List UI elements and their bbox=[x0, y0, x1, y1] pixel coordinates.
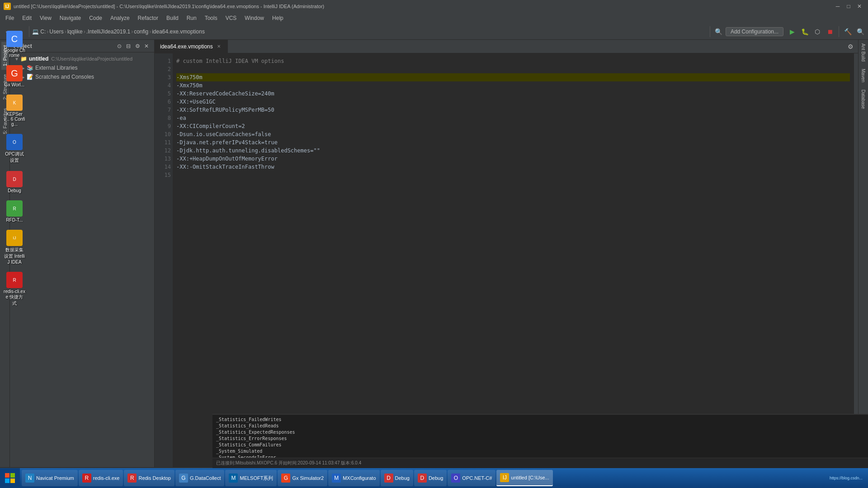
code-line-4: -Xmx750m bbox=[176, 81, 850, 90]
taskbar-item-debug1[interactable]: D Debug bbox=[381, 470, 413, 486]
taskbar-item-melsoft[interactable]: M MELSOFT系列 bbox=[225, 470, 277, 486]
svg-rect-0 bbox=[5, 473, 9, 478]
coverage-button[interactable]: ⬡ bbox=[811, 26, 823, 38]
right-tab-maven[interactable]: Maven bbox=[860, 65, 867, 86]
melsoft-label: MELSOFT系列 bbox=[240, 475, 273, 482]
menu-file[interactable]: File bbox=[2, 14, 18, 22]
breadcrumb-c[interactable]: 💻 C: bbox=[32, 28, 46, 35]
breadcrumb: 💻 C: › Users › lqqlike › .IntelliJIdea20… bbox=[32, 28, 707, 35]
panel-header: Project ⊙ ⊟ ⚙ ✕ bbox=[10, 40, 154, 52]
panel-actions: ⊙ ⊟ ⚙ ✕ bbox=[115, 42, 151, 50]
taskbar-item-gxsim[interactable]: G Gx Simulator2 bbox=[278, 470, 327, 486]
svg-rect-1 bbox=[10, 473, 15, 478]
menu-run[interactable]: Run bbox=[183, 14, 200, 22]
start-button[interactable] bbox=[0, 468, 20, 488]
opcnet-icon: O bbox=[451, 474, 460, 483]
taskbar-item-debug2[interactable]: D Debug bbox=[414, 470, 447, 486]
menu-navigate[interactable]: Navigate bbox=[56, 14, 85, 22]
editor-tab-bar: idea64.exe.vmoptions ✕ ⚙ bbox=[155, 40, 858, 53]
redis-cli-label: redis-cli.exe bbox=[93, 475, 120, 481]
search-button[interactable]: 🔍 bbox=[854, 26, 866, 38]
minimize-button[interactable]: ─ bbox=[833, 1, 843, 11]
desktop-icons: C Google Chrome G Gx Worl... K KEPServ..… bbox=[0, 27, 29, 310]
tree-item-project[interactable]: ▼ 📁 untitled C:\Users\lqqlike\IdeaProjec… bbox=[10, 54, 154, 63]
terminal-line-7: _System_SecondsInError bbox=[216, 455, 864, 458]
code-content[interactable]: # custom IntelliJ IDEA VM options -Xms75… bbox=[173, 53, 854, 467]
menu-build[interactable]: Build bbox=[163, 14, 182, 22]
toolbar-sep-3 bbox=[839, 26, 839, 37]
menu-code[interactable]: Code bbox=[85, 14, 106, 22]
rfd-label: RFD-T... bbox=[6, 218, 23, 223]
taskbar-item-gdatacollect[interactable]: G G.DataCollect bbox=[175, 470, 224, 486]
desktop-icon-chrome[interactable]: C Google Chrome bbox=[2, 29, 27, 60]
taskbar-item-redis-cli[interactable]: R redis-cli.exe bbox=[79, 470, 123, 486]
taskbar-item-opcnet[interactable]: O OPC.NET-C# bbox=[448, 470, 495, 486]
main-area: 1: Project 2: Structure 5: Favorites Pro… bbox=[0, 40, 868, 467]
desktop-icon-kep[interactable]: K KEPServ... 6 Config... bbox=[2, 93, 27, 128]
menu-help[interactable]: Help bbox=[269, 14, 287, 22]
code-line-14: -XX:-OmitStackTraceInFastThrow bbox=[176, 163, 850, 171]
desktop-icon-opc[interactable]: O OPC调试设置 bbox=[2, 132, 27, 166]
build-button[interactable]: 🔨 bbox=[842, 26, 854, 38]
code-editor: 1 2 3 4 5 6 7 8 9 10 11 12 13 14 15 # cu… bbox=[155, 53, 858, 467]
breadcrumb-file[interactable]: idea64.exe.vmoptions bbox=[152, 28, 205, 35]
taskbar-item-redis-desktop[interactable]: R Redis Desktop bbox=[124, 470, 175, 486]
code-line-6: -XX:+UseG1GC bbox=[176, 98, 850, 106]
debug-button[interactable]: 🐛 bbox=[799, 26, 811, 38]
editor-tab-vmoptions[interactable]: idea64.exe.vmoptions ✕ bbox=[155, 40, 228, 53]
close-button[interactable]: ✕ bbox=[854, 1, 864, 11]
editor-settings-button[interactable]: ⚙ bbox=[844, 41, 856, 52]
panel-settings-button[interactable]: ⚙ bbox=[133, 42, 142, 50]
right-tab-ant[interactable]: Ant Build bbox=[860, 40, 867, 65]
menu-view[interactable]: View bbox=[36, 14, 55, 22]
run-button[interactable]: ▶ bbox=[786, 26, 798, 38]
mxconfig-icon: M bbox=[332, 474, 341, 483]
menu-window[interactable]: Window bbox=[241, 14, 268, 22]
stop-button[interactable]: ⏹ bbox=[824, 26, 836, 38]
desktop-icon-idea[interactable]: IJ 数据采集设置 IntelliJ IDEA bbox=[2, 228, 27, 266]
panel-scope-button[interactable]: ⊙ bbox=[115, 42, 123, 50]
desktop-icon-redis[interactable]: R redis-cli.exe 快捷方式 bbox=[2, 270, 27, 308]
menu-analyze[interactable]: Analyze bbox=[107, 14, 133, 22]
maximize-button[interactable]: □ bbox=[844, 1, 854, 11]
desktop-icon-debug[interactable]: D Debug bbox=[2, 169, 27, 195]
tab-close-button[interactable]: ✕ bbox=[216, 43, 222, 50]
panel-collapse-button[interactable]: ⊟ bbox=[124, 42, 132, 50]
gdatacollect-icon: G bbox=[179, 474, 188, 483]
terminal-overlay: _Statistics_FailedWrites _Statistics_Fai… bbox=[212, 414, 868, 468]
tab-label: idea64.exe.vmoptions bbox=[160, 43, 213, 50]
menu-refactor[interactable]: Refactor bbox=[134, 14, 162, 22]
vertical-scrollbar[interactable] bbox=[854, 53, 858, 467]
right-sidebar: Ant Build Maven Database bbox=[858, 40, 868, 467]
breadcrumb-idea[interactable]: .IntelliJIdea2019.1 bbox=[86, 28, 130, 35]
menu-tools[interactable]: Tools bbox=[201, 14, 221, 22]
desktop-icon-rfd[interactable]: R RFD-T... bbox=[2, 199, 27, 224]
tree-item-scratches[interactable]: ▶ 📝 Scratches and Consoles bbox=[10, 72, 154, 81]
menu-vcs[interactable]: VCS bbox=[222, 14, 241, 22]
toolbar-sep-2 bbox=[710, 26, 710, 37]
code-line-15 bbox=[176, 171, 850, 179]
panel-close-button[interactable]: ✕ bbox=[142, 42, 151, 50]
gdatacollect-label: G.DataCollect bbox=[190, 475, 221, 481]
breadcrumb-users[interactable]: Users bbox=[49, 28, 63, 35]
taskbar-item-intellij[interactable]: IJ untitled [C:\Use... bbox=[496, 470, 552, 486]
add-configuration-button[interactable]: Add Configuration... bbox=[726, 27, 783, 36]
search-everywhere-button[interactable]: 🔍 bbox=[713, 26, 725, 38]
desktop-icon-gx[interactable]: G Gx Worl... bbox=[2, 63, 27, 89]
menu-edit[interactable]: Edit bbox=[19, 14, 35, 22]
scratches-label: Scratches and Consoles bbox=[35, 74, 94, 80]
terminal-output: _Statistics_FailedWrites _Statistics_Fai… bbox=[212, 415, 868, 458]
breadcrumb-config[interactable]: config bbox=[134, 28, 148, 35]
debug-icon: D bbox=[6, 171, 23, 187]
svg-rect-2 bbox=[5, 479, 9, 483]
debug1-icon: D bbox=[384, 474, 393, 483]
taskbar-item-navicat[interactable]: N Navicat Premium bbox=[22, 470, 78, 486]
taskbar-item-mxconfig[interactable]: M MXConfigurato bbox=[328, 470, 379, 486]
terminal-line-2: _Statistics_FailedReads bbox=[216, 423, 864, 429]
rfd-icon: R bbox=[6, 200, 23, 217]
project-name: untitled bbox=[29, 56, 48, 62]
tree-item-external-libraries[interactable]: ▶ 📚 External Libraries bbox=[10, 63, 154, 72]
code-line-9: -XX:CICompilerCount=2 bbox=[176, 122, 850, 130]
breadcrumb-user[interactable]: lqqlike bbox=[67, 28, 83, 35]
right-tab-database[interactable]: Database bbox=[860, 86, 867, 113]
